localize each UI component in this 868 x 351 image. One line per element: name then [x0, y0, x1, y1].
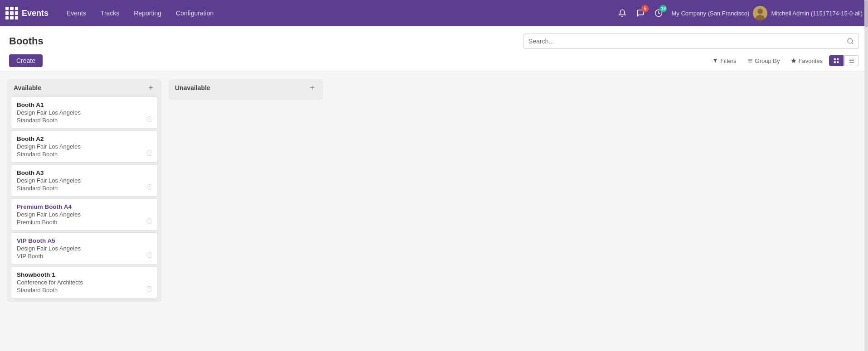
card-type: Standard Booth — [17, 287, 152, 293]
scrollbar-thumb[interactable] — [864, 0, 868, 27]
card-name: VIP Booth A5 — [17, 237, 152, 244]
timer-button[interactable]: 18 — [651, 6, 666, 20]
view-toggle — [829, 55, 859, 66]
svg-point-2 — [757, 9, 763, 14]
card-type: Standard Booth — [17, 185, 152, 192]
menu-item-events[interactable]: Events — [59, 0, 93, 26]
create-button[interactable]: Create — [9, 54, 43, 67]
app-name[interactable]: Events — [22, 9, 48, 18]
card-name: Showbooth 1 — [17, 271, 152, 278]
user-avatar[interactable] — [753, 6, 767, 20]
table-row[interactable]: VIP Booth A5Design Fair Los AngelesVIP B… — [11, 232, 158, 264]
card-clock-icon — [146, 184, 153, 192]
column-cards-unavailable — [169, 96, 323, 100]
company-name[interactable]: My Company (San Francisco) — [671, 10, 749, 17]
favorites-button[interactable]: Favorites — [786, 56, 827, 66]
group-by-button[interactable]: Group By — [743, 56, 785, 66]
scrollbar-track[interactable] — [864, 0, 868, 351]
column-cards-available: Booth A1Design Fair Los AngelesStandard … — [7, 96, 161, 302]
svg-marker-9 — [791, 58, 796, 63]
card-clock-icon — [146, 116, 153, 124]
search-button[interactable] — [847, 38, 854, 45]
table-row[interactable]: Showbooth 1Conference for ArchitectsStan… — [11, 266, 158, 298]
card-clock-icon — [146, 218, 153, 226]
svg-rect-12 — [834, 61, 836, 63]
timer-badge: 18 — [659, 5, 667, 12]
card-clock-icon — [146, 252, 153, 260]
card-name: Premium Booth A4 — [17, 203, 152, 210]
search-input[interactable] — [529, 38, 847, 45]
chat-badge: 5 — [641, 5, 649, 12]
page-title-row: Booths — [9, 34, 859, 49]
column-header-unavailable: Unavailable+ — [169, 79, 323, 96]
group-by-label: Group By — [755, 58, 780, 64]
card-name: Booth A2 — [17, 135, 152, 142]
user-name[interactable]: Mitchell Admin (11517174-15-0-all) — [771, 10, 863, 17]
table-row[interactable]: Booth A2Design Fair Los AngelesStandard … — [11, 130, 158, 163]
column-add-button-available[interactable]: + — [146, 84, 155, 92]
filters-label: Filters — [720, 58, 736, 64]
table-row[interactable]: Booth A1Design Fair Los AngelesStandard … — [11, 96, 158, 129]
svg-rect-10 — [834, 58, 836, 60]
card-clock-icon — [146, 150, 153, 158]
filters-button[interactable]: Filters — [708, 56, 741, 66]
top-menu: Events Tracks Reporting Configuration — [59, 0, 611, 26]
kanban-column-available: Available+Booth A1Design Fair Los Angele… — [7, 79, 161, 302]
chat-button[interactable]: 5 — [633, 6, 648, 20]
card-event: Design Fair Los Angeles — [17, 109, 152, 116]
favorites-label: Favorites — [799, 58, 823, 64]
kanban-board: Available+Booth A1Design Fair Los Angele… — [0, 72, 868, 351]
column-title-unavailable: Unavailable — [175, 84, 210, 91]
menu-item-configuration[interactable]: Configuration — [169, 0, 221, 26]
kanban-column-unavailable: Unavailable+ — [169, 79, 323, 100]
page-header: Booths Create Filters Group By — [0, 26, 868, 72]
column-header-available: Available+ — [7, 79, 161, 96]
card-event: Conference for Architects — [17, 279, 152, 286]
kanban-view-button[interactable] — [829, 55, 844, 66]
toolbar-filters: Filters Group By Favorites — [708, 56, 827, 66]
card-event: Design Fair Los Angeles — [17, 177, 152, 184]
svg-rect-11 — [837, 58, 839, 60]
card-type: VIP Booth — [17, 253, 152, 260]
top-navigation: Events Events Tracks Reporting Configura… — [0, 0, 868, 26]
app-grid-icon[interactable] — [5, 7, 18, 19]
svg-line-5 — [852, 43, 853, 44]
notification-bell-button[interactable] — [615, 6, 630, 20]
card-event: Design Fair Los Angeles — [17, 245, 152, 252]
search-bar — [524, 34, 859, 49]
card-event: Design Fair Los Angeles — [17, 211, 152, 218]
list-view-button[interactable] — [844, 55, 859, 66]
card-name: Booth A1 — [17, 101, 152, 108]
table-row[interactable]: Booth A3Design Fair Los AngelesStandard … — [11, 164, 158, 197]
card-name: Booth A3 — [17, 169, 152, 176]
svg-rect-13 — [837, 61, 839, 63]
column-title-available: Available — [14, 84, 41, 91]
card-clock-icon — [146, 286, 153, 293]
card-type: Premium Booth — [17, 219, 152, 226]
card-type: Standard Booth — [17, 117, 152, 124]
table-row[interactable]: Premium Booth A4Design Fair Los AngelesP… — [11, 198, 158, 231]
page-title: Booths — [9, 35, 44, 47]
menu-item-tracks[interactable]: Tracks — [93, 0, 126, 26]
topnav-right: 5 18 My Company (San Francisco) Mitchell… — [615, 6, 863, 20]
toolbar-row: Create Filters Group By Favorites — [9, 54, 859, 72]
menu-item-reporting[interactable]: Reporting — [126, 0, 169, 26]
svg-point-4 — [848, 38, 853, 43]
column-add-button-unavailable[interactable]: + — [308, 84, 316, 92]
card-type: Standard Booth — [17, 151, 152, 158]
card-event: Design Fair Los Angeles — [17, 143, 152, 150]
